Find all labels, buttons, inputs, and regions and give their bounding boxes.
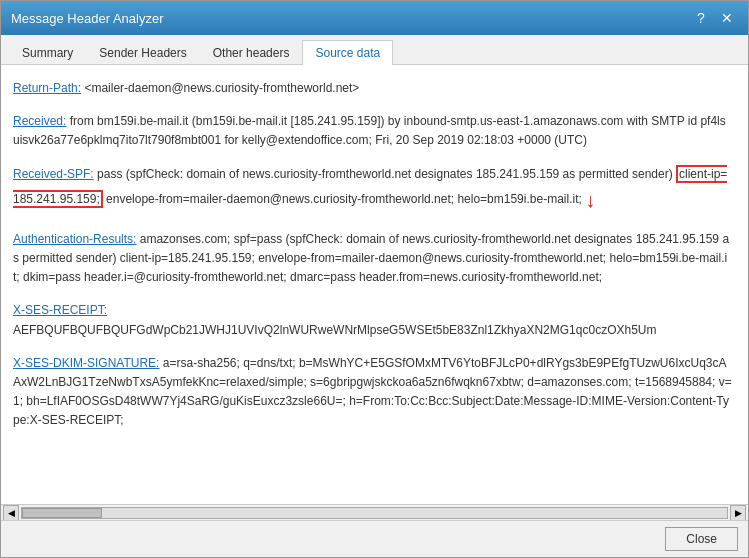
value-x-ses-receipt: AEFBQUFBQUFBQUFGdWpCb21JWHJ1UVIvQ2lnWURw…: [13, 323, 657, 337]
section-return-path: Return-Path: <mailer-daemon@news.curiosi…: [13, 79, 732, 98]
horizontal-scrollbar[interactable]: ◀ ▶: [1, 504, 748, 520]
tab-summary[interactable]: Summary: [9, 40, 86, 65]
section-auth-results: Authentication-Results: amazonses.com; s…: [13, 230, 732, 288]
section-received-spf: Received-SPF: pass (spfCheck: domain of …: [13, 165, 732, 216]
label-return-path: Return-Path:: [13, 81, 81, 95]
scroll-thumb-area[interactable]: [21, 507, 728, 519]
scroll-thumb[interactable]: [22, 508, 102, 518]
label-x-ses-receipt: X-SES-RECEIPT:: [13, 303, 107, 317]
tab-bar: Summary Sender Headers Other headers Sou…: [1, 35, 748, 65]
close-title-button[interactable]: ✕: [716, 7, 738, 29]
title-bar: Message Header Analyzer ? ✕: [1, 1, 748, 35]
value-return-path: <mailer-daemon@news.curiosity-fromthewor…: [81, 81, 359, 95]
help-button[interactable]: ?: [690, 7, 712, 29]
red-arrow-icon: ↓: [585, 189, 595, 211]
section-x-ses-receipt: X-SES-RECEIPT: AEFBQUFBQUFBQUFGdWpCb21JW…: [13, 301, 732, 339]
main-content: Return-Path: <mailer-daemon@news.curiosi…: [1, 65, 748, 520]
tab-other-headers[interactable]: Other headers: [200, 40, 303, 65]
tab-sender-headers[interactable]: Sender Headers: [86, 40, 199, 65]
scroll-left-button[interactable]: ◀: [3, 505, 19, 521]
label-auth-results: Authentication-Results:: [13, 232, 136, 246]
value-received: from bm159i.be-mail.it (bm159i.be-mail.i…: [13, 114, 726, 147]
value-received-spf-after: envelope-from=mailer-daemon@news.curiosi…: [103, 192, 582, 206]
close-button[interactable]: Close: [665, 527, 738, 551]
dialog-footer: Close: [1, 520, 748, 557]
section-received: Received: from bm159i.be-mail.it (bm159i…: [13, 112, 732, 150]
section-x-ses-dkim: X-SES-DKIM-SIGNATURE: a=rsa-sha256; q=dn…: [13, 354, 732, 431]
label-received: Received:: [13, 114, 66, 128]
dialog-window: Message Header Analyzer ? ✕ Summary Send…: [0, 0, 749, 558]
scroll-area[interactable]: Return-Path: <mailer-daemon@news.curiosi…: [1, 75, 748, 504]
tab-source-data[interactable]: Source data: [302, 40, 393, 65]
scroll-right-button[interactable]: ▶: [730, 505, 746, 521]
value-received-spf-before: pass (spfCheck: domain of news.curiosity…: [94, 167, 676, 181]
label-received-spf: Received-SPF:: [13, 167, 94, 181]
title-bar-buttons: ? ✕: [690, 7, 738, 29]
label-x-ses-dkim: X-SES-DKIM-SIGNATURE:: [13, 356, 159, 370]
dialog-title: Message Header Analyzer: [11, 11, 163, 26]
